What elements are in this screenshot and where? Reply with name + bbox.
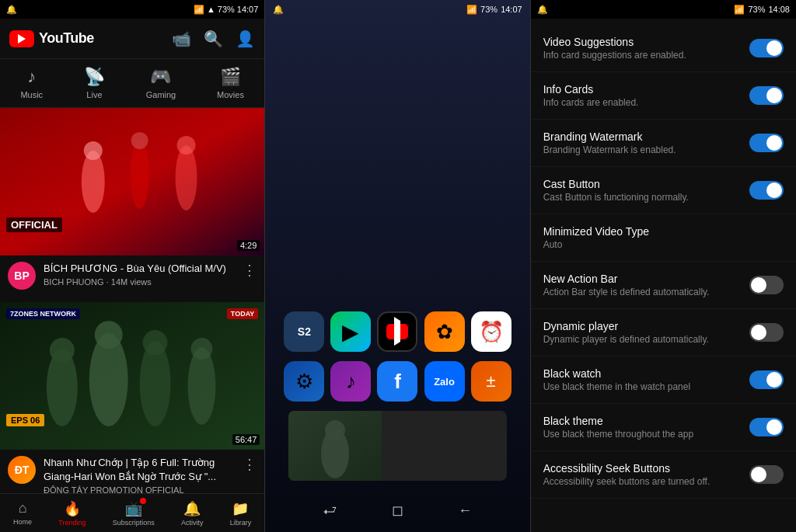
cast-icon[interactable]: 📹: [172, 30, 191, 48]
nav-trending[interactable]: 🔥 Trending: [58, 500, 86, 527]
setting-new-action-bar[interactable]: New Action Bar Action Bar style is defin…: [531, 262, 796, 309]
category-live-label: Live: [86, 90, 102, 99]
nav-subscriptions[interactable]: 📺 Subscriptions: [113, 500, 155, 527]
toggle-black-theme[interactable]: [749, 418, 784, 436]
app-facebook[interactable]: f: [377, 361, 417, 402]
category-movies[interactable]: 🎬 Movies: [217, 67, 244, 99]
trending-icon: 🔥: [64, 500, 81, 517]
settings-time: 14:08: [768, 5, 790, 14]
android-back-button[interactable]: ⮐: [319, 499, 342, 522]
svg-point-2: [82, 151, 105, 213]
today-badge: TODAY: [227, 308, 259, 319]
category-live[interactable]: 📡 Live: [84, 67, 105, 99]
setting-accessibility-seek[interactable]: Accessibility Seek Buttons Accessibility…: [531, 451, 796, 499]
video-feed: OFFICIAL 4:29 BP BÍCH PHƯƠNG - Bùa Yêu (…: [0, 108, 264, 493]
setting-cast-button-sub: Cast Button is functioning normally.: [543, 192, 749, 203]
status-bar-1: 🔔 📶 ▲ 73% 14:07: [0, 0, 264, 19]
app-zalo[interactable]: Zalo: [424, 361, 465, 402]
thumbnail-1: OFFICIAL 4:29: [0, 108, 264, 256]
subscription-badge: [140, 498, 146, 504]
toggle-black-watch[interactable]: [749, 370, 784, 389]
youtube-header: YouTube 📹 🔍 👤: [0, 19, 264, 59]
svg-point-4: [176, 145, 197, 210]
status-left: 🔔: [6, 5, 17, 15]
nav-home[interactable]: ⌂ Home: [13, 500, 32, 526]
svg-point-6: [131, 132, 148, 149]
android-time: 14:07: [501, 5, 522, 14]
account-icon[interactable]: 👤: [236, 30, 255, 48]
setting-branding-watermark-text: Branding Watermark Branding Watermark is…: [543, 130, 749, 155]
app-play-store[interactable]: ▶: [330, 311, 371, 352]
toggle-accessibility-seek[interactable]: [749, 465, 784, 484]
svg-point-3: [131, 139, 149, 209]
setting-video-suggestions[interactable]: Video Suggestions Info card suggestions …: [531, 25, 796, 72]
android-status-bar: 🔔 📶 73% 14:07: [265, 0, 529, 19]
nav-library-label: Library: [230, 519, 252, 527]
app-orange[interactable]: ✿: [424, 311, 465, 352]
svg-point-15: [143, 330, 168, 355]
category-gaming-label: Gaming: [146, 90, 176, 99]
mini-video-player[interactable]: [288, 411, 506, 481]
setting-info-cards-title: Info Cards: [543, 83, 749, 96]
svg-point-21: [325, 420, 345, 440]
video-sub-2: ĐÔNG TÂY PROMOTION OFFICIAL: [44, 485, 235, 493]
app-samsung[interactable]: S2: [284, 311, 324, 352]
more-options-1[interactable]: ⋮: [243, 262, 257, 279]
setting-info-cards-text: Info Cards Info cards are enabled.: [543, 83, 749, 108]
category-music[interactable]: ♪ Music: [20, 67, 43, 99]
youtube-app-panel: 🔔 📶 ▲ 73% 14:07 YouTube 📹 🔍 👤 ♪ Music 📡 …: [0, 0, 264, 532]
thumbnail-2: 7ZONES NETWORK TODAY EPS 06 56:47: [0, 302, 264, 450]
setting-video-suggestions-title: Video Suggestions: [543, 36, 749, 48]
app-settings[interactable]: ⚙: [284, 361, 324, 402]
avatar-text-1: BP: [14, 269, 29, 282]
toggle-cast-button[interactable]: [749, 181, 784, 200]
video-card-2[interactable]: 7ZONES NETWORK TODAY EPS 06 56:47 ĐT Nha…: [0, 302, 264, 493]
android-home-button[interactable]: ◻: [386, 499, 409, 522]
app-music[interactable]: ♪: [330, 361, 371, 402]
toggle-branding-watermark[interactable]: [749, 134, 784, 152]
category-bar: ♪ Music 📡 Live 🎮 Gaming 🎬 Movies: [0, 59, 264, 108]
nav-home-label: Home: [13, 518, 32, 526]
setting-cast-button[interactable]: Cast Button Cast Button is functioning n…: [531, 167, 796, 214]
video-sub-1: BICH PHUONG · 14M views: [44, 277, 235, 287]
category-gaming[interactable]: 🎮 Gaming: [146, 67, 176, 99]
youtube-logo-icon: [9, 30, 34, 47]
youtube-settings-panel: 🔔 📶 73% 14:08 Video Suggestions Info car…: [531, 0, 796, 532]
search-icon[interactable]: 🔍: [204, 30, 223, 48]
setting-minimized-video-type-text: Minimized Video Type Auto: [543, 225, 784, 250]
setting-black-theme[interactable]: Black theme Use black theme throughout t…: [531, 404, 796, 451]
more-options-2[interactable]: ⋮: [243, 456, 257, 473]
gaming-icon: 🎮: [150, 67, 171, 87]
setting-info-cards[interactable]: Info Cards Info cards are enabled.: [531, 72, 796, 120]
toggle-info-cards[interactable]: [749, 86, 784, 105]
setting-branding-watermark[interactable]: Branding Watermark Branding Watermark is…: [531, 120, 796, 167]
subscriptions-badge-container: 📺: [125, 500, 142, 517]
setting-minimized-video-type[interactable]: Minimized Video Type Auto: [531, 214, 796, 262]
app-clock[interactable]: ⏰: [471, 311, 511, 352]
video-info-2: ĐT Nhanh Như Chớp | Tập 6 Full: Trường G…: [0, 450, 264, 493]
app-youtube[interactable]: [377, 311, 417, 352]
channel-avatar-1: BP: [8, 262, 36, 290]
android-home-panel: 🔔 📶 73% 14:07 S2 ▶ ✿ ⏰: [265, 0, 529, 532]
settings-status-bar: 🔔 📶 73% 14:08: [531, 0, 796, 19]
live-icon: 📡: [84, 67, 105, 87]
setting-dynamic-player-text: Dynamic player Dynamic player is defined…: [543, 320, 749, 345]
thumb-image-1: [0, 108, 264, 256]
android-notification-icon: 🔔: [273, 5, 284, 14]
video-meta-1: BÍCH PHƯƠNG - Bùa Yêu (Official M/V) BIC…: [44, 262, 235, 287]
toggle-new-action-bar[interactable]: [749, 276, 784, 294]
android-recents-button[interactable]: ←: [453, 499, 477, 522]
svg-rect-9: [0, 302, 264, 450]
setting-black-watch[interactable]: Black watch Use black theme in the watch…: [531, 356, 796, 404]
app-calculator[interactable]: ±: [471, 361, 511, 402]
nav-library[interactable]: 📁 Library: [230, 500, 252, 527]
setting-dynamic-player[interactable]: Dynamic player Dynamic player is defined…: [531, 309, 796, 356]
toggle-video-suggestions[interactable]: [749, 39, 784, 57]
nav-activity[interactable]: 🔔 Activity: [181, 500, 204, 527]
signal-icon: 📶: [194, 5, 204, 15]
activity-icon: 🔔: [183, 500, 201, 517]
settings-list: Video Suggestions Info card suggestions …: [531, 19, 796, 532]
video-card-1[interactable]: OFFICIAL 4:29 BP BÍCH PHƯƠNG - Bùa Yêu (…: [0, 108, 264, 296]
toggle-dynamic-player[interactable]: [749, 323, 784, 342]
setting-dynamic-player-sub: Dynamic player is defined automatically.: [543, 334, 749, 345]
